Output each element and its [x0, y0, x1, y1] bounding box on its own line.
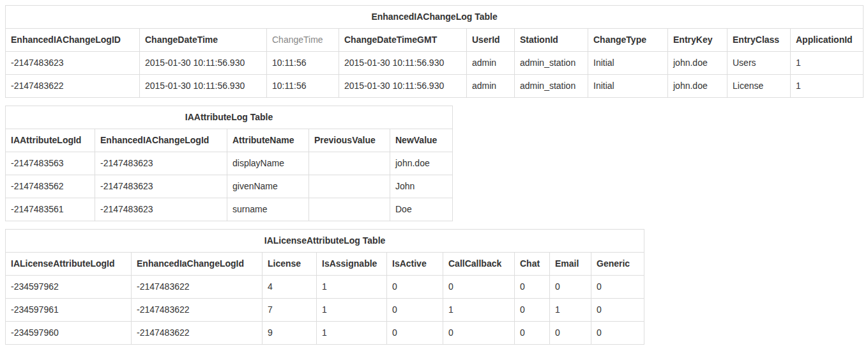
table-cell: -234597960	[6, 322, 132, 345]
column-header: ChangeTime	[267, 29, 339, 52]
table-cell: 0	[387, 322, 443, 345]
table-row: -2147483563-2147483623displayNamejohn.do…	[6, 152, 453, 175]
table-cell: Initial	[588, 52, 668, 75]
column-header: Chat	[515, 253, 550, 276]
enhanced-ia-change-log-table: EnhancedIAChangeLog Table EnhancedIAChan…	[5, 5, 864, 98]
table-cell: -2147483622	[6, 75, 140, 98]
table-cell: john.doe	[668, 52, 727, 75]
table-cell: -2147483561	[6, 198, 95, 221]
table-row: -234597960-21474836229100000	[6, 322, 644, 345]
column-header: UserId	[467, 29, 515, 52]
table-cell: admin_station	[515, 52, 588, 75]
column-header: IALicenseAttributeLogId	[6, 253, 132, 276]
table-cell: -2147483623	[6, 52, 140, 75]
table-cell: -2147483622	[132, 299, 263, 322]
table-cell: 0	[550, 276, 591, 299]
column-header: IsAssignable	[317, 253, 387, 276]
column-header: EnhancedIAChangeLogId	[95, 129, 227, 152]
table-row: -21474836232015-01-30 10:11:56.93010:11:…	[6, 52, 864, 75]
column-header: Email	[550, 253, 591, 276]
table-cell: 9	[263, 322, 317, 345]
table-cell: 1	[550, 299, 591, 322]
table-cell: 1	[791, 52, 864, 75]
table-cell: 4	[263, 276, 317, 299]
table-title: EnhancedIAChangeLog Table	[6, 6, 864, 29]
column-header: ApplicationId	[791, 29, 864, 52]
table-cell: 1	[317, 322, 387, 345]
column-header: EnhancedIaChangeLogId	[132, 253, 263, 276]
table-cell: -2147483622	[132, 322, 263, 345]
table-cell: 2015-01-30 10:11:56.930	[140, 75, 267, 98]
table-cell: 0	[515, 276, 550, 299]
column-header: NewValue	[390, 129, 453, 152]
table-cell: 0	[591, 322, 644, 345]
ia-attribute-log-table: IAAttributeLog Table IAAttributeLogIdEnh…	[5, 106, 453, 221]
table-cell	[309, 152, 390, 175]
table-title-row: IAAttributeLog Table	[6, 106, 453, 129]
column-header: EntryClass	[727, 29, 791, 52]
table-row: -21474836222015-01-30 10:11:56.93010:11:…	[6, 75, 864, 98]
table-cell: -234597961	[6, 299, 132, 322]
table-cell: -2147483563	[6, 152, 95, 175]
table-cell: 10:11:56	[267, 52, 339, 75]
column-header: EnhancedIAChangeLogID	[6, 29, 140, 52]
table-header-row: IAAttributeLogIdEnhancedIAChangeLogIdAtt…	[6, 129, 453, 152]
table-header-row: EnhancedIAChangeLogIDChangeDateTimeChang…	[6, 29, 864, 52]
table-cell: 2015-01-30 10:11:56.930	[140, 52, 267, 75]
table-cell: 0	[515, 299, 550, 322]
table-title-row: IALicenseAttributeLog Table	[6, 230, 644, 253]
table-cell: displayName	[227, 152, 309, 175]
table-header-row: IALicenseAttributeLogIdEnhancedIaChangeL…	[6, 253, 644, 276]
table-cell: 0	[591, 276, 644, 299]
table-row: -2147483561-2147483623surnameDoe	[6, 198, 453, 221]
table-cell: 1	[317, 299, 387, 322]
table-row: -234597962-21474836224100000	[6, 276, 644, 299]
ia-license-attribute-log-table: IALicenseAttributeLog Table IALicenseAtt…	[5, 229, 644, 345]
table-cell: john.doe	[668, 75, 727, 98]
table-cell: -2147483623	[95, 175, 227, 198]
column-header: IsActive	[387, 253, 443, 276]
table-cell: 0	[515, 322, 550, 345]
column-header: PreviousValue	[309, 129, 390, 152]
table-cell: 0	[387, 276, 443, 299]
table-cell: 10:11:56	[267, 75, 339, 98]
table-cell: -2147483623	[95, 152, 227, 175]
table-title-row: EnhancedIAChangeLog Table	[6, 6, 864, 29]
table-cell: admin	[467, 52, 515, 75]
table-title: IAAttributeLog Table	[6, 106, 453, 129]
column-header: Generic	[591, 253, 644, 276]
table-cell: givenName	[227, 175, 309, 198]
table-cell: 0	[443, 276, 515, 299]
table-cell: License	[727, 75, 791, 98]
column-header: License	[263, 253, 317, 276]
table-cell: 1	[791, 75, 864, 98]
table-cell: 2015-01-30 10:11:56.930	[339, 52, 467, 75]
table-cell: admin	[467, 75, 515, 98]
table-cell: admin_station	[515, 75, 588, 98]
column-header: EntryKey	[668, 29, 727, 52]
column-header: ChangeDateTime	[140, 29, 267, 52]
column-header: ChangeDateTimeGMT	[339, 29, 467, 52]
table-title: IALicenseAttributeLog Table	[6, 230, 644, 253]
table-cell: -2147483562	[6, 175, 95, 198]
table-cell: 7	[263, 299, 317, 322]
table-cell: 1	[317, 276, 387, 299]
table-cell: -2147483622	[132, 276, 263, 299]
table-cell: Doe	[390, 198, 453, 221]
table-cell: Users	[727, 52, 791, 75]
table-cell: john.doe	[390, 152, 453, 175]
column-header: CallCallback	[443, 253, 515, 276]
table-cell: surname	[227, 198, 309, 221]
column-header: AttributeName	[227, 129, 309, 152]
table-cell: 0	[443, 322, 515, 345]
table-cell: 2015-01-30 10:11:56.930	[339, 75, 467, 98]
table-cell: 1	[443, 299, 515, 322]
table-cell	[309, 198, 390, 221]
table-cell: Initial	[588, 75, 668, 98]
table-cell: John	[390, 175, 453, 198]
column-header: StationId	[515, 29, 588, 52]
table-cell: -2147483623	[95, 198, 227, 221]
table-row: -234597961-21474836227101010	[6, 299, 644, 322]
table-cell: -234597962	[6, 276, 132, 299]
table-cell: 0	[387, 299, 443, 322]
